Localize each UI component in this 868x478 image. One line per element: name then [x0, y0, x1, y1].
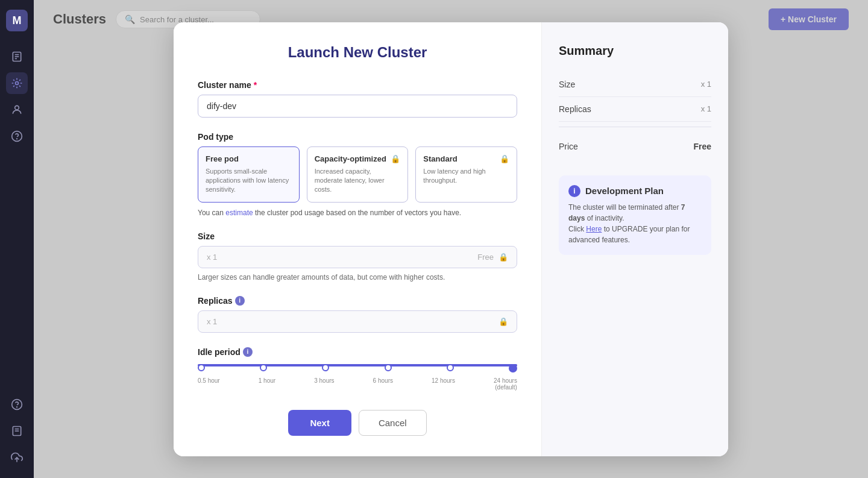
pod-card-standard-title: Standard 🔒	[423, 154, 509, 163]
pod-type-cards: Free pod Supports small-scale applicatio…	[198, 146, 517, 203]
pod-card-capacity-desc: Increased capacity, moderate latency, lo…	[315, 167, 401, 195]
modal-summary: Summary Size x 1 Replicas x 1 Price Free	[541, 22, 728, 456]
summary-title: Summary	[559, 44, 711, 58]
sidebar-item-help[interactable]	[6, 125, 28, 147]
replicas-lock-icon: 🔒	[498, 317, 508, 326]
cluster-name-input[interactable]	[198, 95, 517, 118]
summary-price-value: Free	[693, 142, 711, 151]
summary-size-row: Size x 1	[559, 72, 711, 97]
slider-label-0: 0.5 hour	[198, 377, 220, 391]
sidebar-item-upload[interactable]	[6, 447, 28, 468]
svg-point-4	[16, 82, 19, 85]
idle-period-info-icon[interactable]: i	[243, 347, 253, 357]
summary-price-label: Price	[559, 142, 578, 151]
idle-period-label: Idle period i	[198, 347, 517, 357]
estimate-link[interactable]: estimate	[225, 209, 253, 217]
modal-form: Launch New Cluster Cluster name * Pod ty…	[174, 22, 541, 456]
dev-plan-title: i Development Plan	[568, 185, 702, 197]
launch-cluster-modal: Launch New Cluster Cluster name * Pod ty…	[174, 22, 728, 456]
summary-replicas-row: Replicas x 1	[559, 97, 711, 122]
replicas-value: x 1	[207, 317, 217, 326]
sidebar-item-clusters[interactable]	[6, 72, 28, 94]
slider-label-5: 24 hours(default)	[494, 377, 517, 391]
cancel-button[interactable]: Cancel	[359, 410, 427, 436]
svg-point-9	[17, 407, 17, 407]
replicas-info-icon[interactable]: i	[235, 296, 245, 306]
estimate-text: You can estimate the cluster pod usage b…	[198, 209, 517, 217]
slider-label-2: 3 hours	[314, 377, 334, 391]
summary-divider	[559, 127, 711, 127]
pod-card-free[interactable]: Free pod Supports small-scale applicatio…	[198, 146, 300, 203]
dev-plan-icon: i	[568, 185, 580, 197]
svg-point-7	[17, 139, 17, 139]
slider-label-4: 12 hours	[432, 377, 455, 391]
dev-plan-upgrade-link[interactable]: Here	[586, 225, 602, 233]
standard-lock-icon: 🔒	[500, 154, 509, 163]
size-section: Size x 1 Free 🔒 Larger sizes can handle …	[198, 231, 517, 281]
replicas-label: Replicas i	[198, 296, 517, 306]
size-badge: Free	[477, 253, 494, 262]
pod-card-free-title: Free pod	[206, 154, 292, 163]
pod-card-standard[interactable]: Standard 🔒 Low latency and high throughp…	[415, 146, 517, 203]
size-value: x 1	[207, 253, 217, 262]
sidebar-bottom	[6, 394, 28, 468]
slider-dot-1[interactable]	[260, 364, 267, 371]
pod-card-capacity[interactable]: Capacity-optimized 🔒 Increased capacity,…	[307, 146, 409, 203]
size-label: Size	[198, 231, 517, 241]
dev-plan-box: i Development Plan The cluster will be t…	[559, 175, 711, 255]
slider-dot-3[interactable]	[385, 364, 392, 371]
main-content: Clusters 🔍 + New Cluster Launch New Clus…	[34, 0, 868, 478]
size-input: x 1 Free 🔒	[198, 246, 517, 268]
modal-buttons: Next Cancel	[198, 410, 517, 436]
slider-dot-2[interactable]	[322, 364, 329, 371]
summary-price-row: Price Free	[559, 132, 711, 161]
pod-card-capacity-title: Capacity-optimized 🔒	[315, 154, 401, 163]
modal-overlay: Launch New Cluster Cluster name * Pod ty…	[34, 0, 868, 478]
sidebar: M	[0, 0, 34, 478]
cluster-name-section: Cluster name *	[198, 80, 517, 118]
required-indicator: *	[254, 80, 257, 90]
slider-dots	[198, 364, 517, 373]
idle-period-section: Idle period i	[198, 347, 517, 391]
dev-plan-description: The cluster will be terminated after 7 d…	[568, 202, 702, 245]
next-button[interactable]: Next	[288, 410, 351, 436]
pod-type-section: Pod type Free pod Supports small-scale a…	[198, 132, 517, 217]
slider-dot-4[interactable]	[447, 364, 454, 371]
size-lock-icon: 🔒	[498, 253, 508, 262]
slider-label-3: 6 hours	[373, 377, 393, 391]
summary-replicas-label: Replicas	[559, 104, 591, 114]
svg-point-5	[15, 105, 19, 110]
summary-size-value: x 1	[701, 80, 711, 89]
size-hint: Larger sizes can handle greater amounts …	[198, 273, 517, 281]
slider-label-1: 1 hour	[259, 377, 275, 391]
sidebar-item-help2[interactable]	[6, 394, 28, 415]
replicas-section: Replicas i x 1 🔒	[198, 296, 517, 333]
slider-labels: 0.5 hour 1 hour 3 hours 6 hours 12 hours…	[198, 377, 517, 391]
idle-period-slider[interactable]: 0.5 hour 1 hour 3 hours 6 hours 12 hours…	[198, 364, 517, 391]
pod-type-label: Pod type	[198, 132, 517, 142]
cluster-name-label: Cluster name *	[198, 80, 517, 90]
summary-replicas-value: x 1	[701, 104, 711, 113]
summary-size-label: Size	[559, 80, 575, 89]
sidebar-item-document[interactable]	[6, 46, 28, 68]
capacity-lock-icon: 🔒	[391, 154, 400, 163]
sidebar-logo[interactable]: M	[6, 10, 28, 31]
modal-title: Launch New Cluster	[198, 44, 517, 61]
replicas-input: x 1 🔒	[198, 310, 517, 333]
pod-card-standard-desc: Low latency and high throughput.	[423, 167, 509, 186]
pod-card-free-desc: Supports small-scale applications with l…	[206, 167, 292, 195]
sidebar-item-person[interactable]	[6, 99, 28, 121]
sidebar-item-docs[interactable]	[6, 420, 28, 442]
slider-dot-0[interactable]	[198, 364, 205, 371]
slider-dot-5[interactable]	[509, 364, 517, 373]
